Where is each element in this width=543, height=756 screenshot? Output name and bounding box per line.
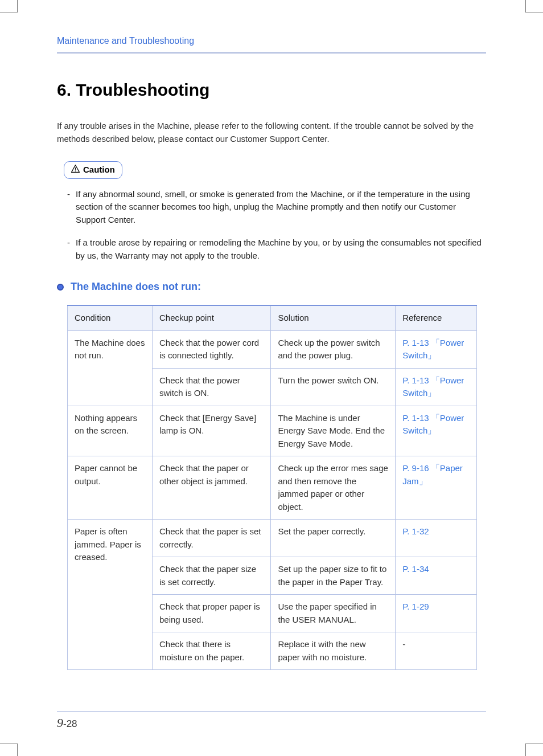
col-checkup: Checkup point bbox=[153, 305, 271, 330]
caution-text: If a trouble arose by repairing or remod… bbox=[76, 236, 486, 262]
document-page: Maintenance and Troubleshooting 6. Troub… bbox=[0, 0, 543, 756]
col-reference: Reference bbox=[396, 305, 477, 330]
warning-icon bbox=[71, 164, 80, 177]
header-rule bbox=[57, 52, 486, 54]
troubleshoot-table: Condition Checkup point Solution Referen… bbox=[67, 305, 477, 670]
table-row: The Machine does not run.Check that the … bbox=[68, 330, 477, 368]
cell-condition: Nothing appears on the screen. bbox=[68, 406, 153, 456]
page-minor: -28 bbox=[63, 718, 77, 729]
list-dash-icon: - bbox=[67, 236, 70, 262]
cell-condition: Paper cannot be output. bbox=[68, 456, 153, 520]
crop-mark bbox=[526, 13, 543, 13]
section-title: The Machine does not run: bbox=[71, 279, 201, 295]
cell-solution: Set the paper correctly. bbox=[271, 520, 396, 557]
cell-checkup: Check that the paper size is set correct… bbox=[153, 557, 271, 595]
cell-reference: P. 1-32 bbox=[396, 520, 477, 557]
cell-reference: P. 1-13 「Power Switch」 bbox=[396, 368, 477, 406]
crop-mark bbox=[526, 743, 543, 743]
svg-point-1 bbox=[75, 170, 76, 171]
cell-checkup: Check that the power switch is ON. bbox=[153, 368, 271, 406]
bullet-icon bbox=[57, 284, 64, 291]
caution-list: - If any abnormal sound, smell, or smoke… bbox=[67, 188, 486, 263]
cell-solution: Check up the power switch and the power … bbox=[271, 330, 396, 368]
table-row: Nothing appears on the screen.Check that… bbox=[68, 406, 477, 456]
intro-paragraph: If any trouble arises in the Machine, pl… bbox=[57, 120, 486, 145]
crop-mark bbox=[17, 743, 18, 756]
cell-reference: P. 1-13 「Power Switch」 bbox=[396, 330, 477, 368]
caution-item: - If a trouble arose by repairing or rem… bbox=[67, 236, 486, 262]
chapter-heading: 6. Troubleshooting bbox=[57, 77, 486, 103]
cell-solution: Replace it with the new paper with no mo… bbox=[271, 632, 396, 670]
cell-reference: P. 1-29 bbox=[396, 595, 477, 632]
cell-reference: P. 1-13 「Power Switch」 bbox=[396, 406, 477, 456]
crop-mark bbox=[525, 743, 526, 756]
cell-reference: P. 9-16 「Paper Jam」 bbox=[396, 456, 477, 520]
chapter-number: 6 bbox=[57, 80, 67, 99]
cell-checkup: Check that the power cord is connected t… bbox=[153, 330, 271, 368]
cell-checkup: Check that proper paper is being used. bbox=[153, 595, 271, 632]
table-header-row: Condition Checkup point Solution Referen… bbox=[68, 305, 477, 330]
cell-solution: Check up the error mes sage and then rem… bbox=[271, 456, 396, 520]
running-header: Maintenance and Troubleshooting bbox=[57, 34, 486, 52]
table-body: The Machine does not run.Check that the … bbox=[68, 330, 477, 670]
cell-reference: - bbox=[396, 632, 477, 670]
col-solution: Solution bbox=[271, 305, 396, 330]
cell-checkup: Check that [Energy Save] lamp is ON. bbox=[153, 406, 271, 456]
cell-solution: Use the paper specified in the USER MANU… bbox=[271, 595, 396, 632]
cell-checkup: Check that there is moisture on the pape… bbox=[153, 632, 271, 670]
crop-mark bbox=[525, 0, 526, 13]
caution-text: If any abnormal sound, smell, or smoke i… bbox=[76, 188, 486, 227]
list-dash-icon: - bbox=[67, 188, 70, 227]
caution-item: - If any abnormal sound, smell, or smoke… bbox=[67, 188, 486, 227]
cell-condition: The Machine does not run. bbox=[68, 330, 153, 406]
crop-mark bbox=[0, 743, 17, 743]
chapter-title: Troubleshooting bbox=[76, 80, 209, 99]
cell-solution: Set up the paper size to fit to the pape… bbox=[271, 557, 396, 595]
crop-mark bbox=[17, 0, 18, 13]
footer-rule bbox=[57, 711, 486, 712]
cell-condition: Paper is often jammed. Paper is creased. bbox=[68, 520, 153, 670]
page-major: 9 bbox=[57, 716, 63, 730]
chapter-dot: . bbox=[67, 80, 76, 99]
caution-label: Caution bbox=[83, 164, 115, 177]
table-row: Paper cannot be output.Check that the pa… bbox=[68, 456, 477, 520]
crop-mark bbox=[0, 13, 17, 13]
caution-badge: Caution bbox=[64, 161, 122, 179]
cell-solution: The Machine is under Energy Save Mode. E… bbox=[271, 406, 396, 456]
cell-checkup: Check that the paper or other object is … bbox=[153, 456, 271, 520]
table-row: Paper is often jammed. Paper is creased.… bbox=[68, 520, 477, 557]
page-number: 9-28 bbox=[57, 713, 77, 732]
cell-reference: P. 1-34 bbox=[396, 557, 477, 595]
col-condition: Condition bbox=[68, 305, 153, 330]
cell-solution: Turn the power switch ON. bbox=[271, 368, 396, 406]
cell-checkup: Check that the paper is set correctly. bbox=[153, 520, 271, 557]
section-heading: The Machine does not run: bbox=[57, 279, 486, 295]
